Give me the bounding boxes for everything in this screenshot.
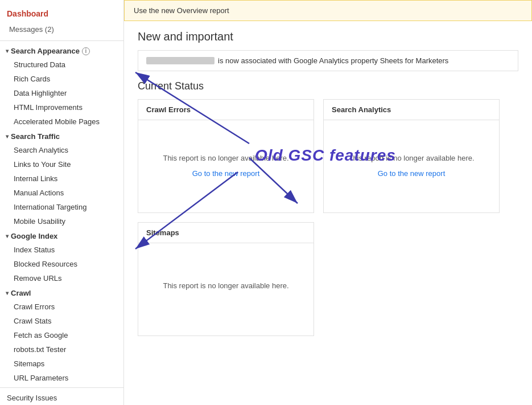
search-analytics-card-header: Search Analytics: [324, 100, 499, 120]
sidebar: Dashboard Messages (2) ▾ Search Appearan…: [0, 0, 124, 405]
sidebar-item-internal-links[interactable]: Internal Links: [0, 171, 123, 186]
sidebar-item-accelerated-mobile-pages[interactable]: Accelerated Mobile Pages: [0, 114, 123, 129]
sidebar-item-mobile-usability[interactable]: Mobile Usability: [0, 214, 123, 228]
sidebar-section-search-traffic[interactable]: ▾ Search Traffic: [0, 129, 123, 143]
sidebar-item-remove-urls[interactable]: Remove URLs: [0, 271, 123, 285]
sidebar-section-google-index[interactable]: ▾ Google Index: [0, 228, 123, 243]
sidebar-section-search-appearance[interactable]: ▾ Search Appearance i: [0, 43, 123, 58]
sidebar-item-security-issues[interactable]: Security Issues: [0, 390, 123, 405]
sidebar-item-sitemaps[interactable]: Sitemaps: [0, 357, 123, 371]
sidebar-divider-top: [0, 40, 123, 41]
sidebar-item-manual-actions[interactable]: Manual Actions: [0, 186, 123, 200]
sitemaps-no-data: This report is no longer available here.: [163, 281, 288, 290]
search-analytics-card-body: This report is no longer available here.…: [324, 120, 499, 211]
crawl-label: Crawl: [11, 289, 31, 297]
sidebar-item-crawl-stats[interactable]: Crawl Stats: [0, 314, 123, 328]
sidebar-item-url-parameters[interactable]: URL Parameters: [0, 371, 123, 385]
sitemaps-card-body: This report is no longer available here.: [138, 243, 314, 334]
sidebar-messages[interactable]: Messages (2): [0, 23, 123, 38]
sidebar-item-html-improvements[interactable]: HTML Improvements: [0, 100, 123, 114]
sidebar-item-structured-data[interactable]: Structured Data: [0, 58, 123, 72]
sitemaps-card: Sitemaps This report is no longer availa…: [138, 222, 314, 336]
sidebar-item-international-targeting[interactable]: International Targeting: [0, 200, 123, 214]
sidebar-item-links-to-your-site[interactable]: Links to Your Site: [0, 157, 123, 171]
sidebar-item-rich-cards[interactable]: Rich Cards: [0, 72, 123, 86]
crawl-errors-card-header: Crawl Errors: [138, 100, 314, 120]
sidebar-item-data-highlighter[interactable]: Data Highlighter: [0, 86, 123, 100]
sidebar-item-blocked-resources[interactable]: Blocked Resources: [0, 257, 123, 271]
old-gsc-annotation: Old GSC features: [255, 146, 396, 165]
sidebar-item-crawl-errors[interactable]: Crawl Errors: [0, 300, 123, 314]
chevron-down-icon-index: ▾: [6, 233, 9, 239]
sidebar-item-search-analytics[interactable]: Search Analytics: [0, 143, 123, 157]
sidebar-item-fetch-as-google[interactable]: Fetch as Google: [0, 328, 123, 342]
current-status-title: Current Status: [138, 80, 518, 92]
google-index-label: Google Index: [11, 232, 57, 240]
main-body: New and important is now associated with…: [124, 21, 532, 345]
search-analytics-new-report-link[interactable]: Go to the new report: [378, 169, 446, 178]
sidebar-item-robots-tester[interactable]: robots.txt Tester: [0, 342, 123, 357]
crawl-errors-card-body: This report is no longer available here.…: [138, 120, 314, 211]
sidebar-item-index-status[interactable]: Index Status: [0, 243, 123, 257]
notification-bar: is now associated with Google Analytics …: [138, 50, 518, 71]
overview-banner: Use the new Overview report: [124, 0, 532, 21]
sitemaps-row: Sitemaps This report is no longer availa…: [138, 222, 518, 336]
sidebar-divider-bottom: [0, 387, 123, 388]
chevron-down-icon-crawl: ▾: [6, 290, 9, 296]
main-content-area: Use the new Overview report New and impo…: [124, 0, 532, 405]
sidebar-dashboard[interactable]: Dashboard: [0, 5, 123, 23]
search-appearance-label: Search Appearance: [11, 47, 80, 55]
sidebar-section-crawl[interactable]: ▾ Crawl: [0, 285, 123, 300]
blurred-url: [146, 57, 215, 64]
new-important-title: New and important: [138, 30, 518, 43]
chevron-down-icon-traffic: ▾: [6, 133, 9, 140]
crawl-errors-new-report-link[interactable]: Go to the new report: [192, 169, 260, 178]
notification-text: is now associated with Google Analytics …: [218, 56, 448, 65]
sitemaps-card-header: Sitemaps: [138, 223, 314, 243]
chevron-down-icon: ▾: [6, 48, 9, 54]
search-traffic-label: Search Traffic: [11, 132, 60, 141]
info-icon[interactable]: i: [82, 47, 90, 55]
